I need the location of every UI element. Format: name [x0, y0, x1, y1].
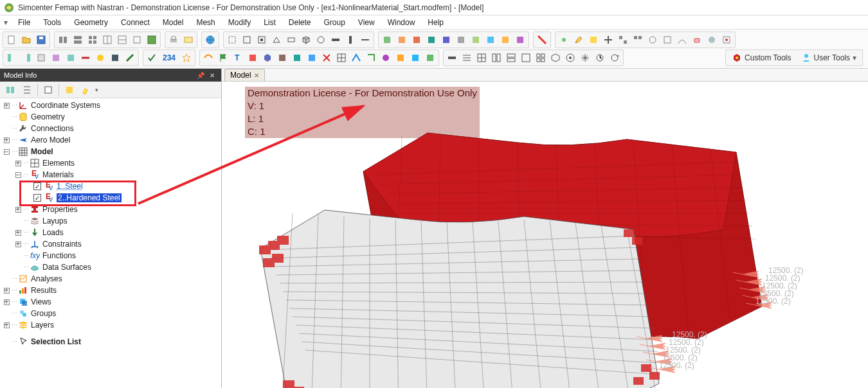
graphics-canvas[interactable]: Demonstration License - For Demonstratio…	[222, 82, 868, 388]
tree-item-aero-model[interactable]: +⋯ Aero Model	[0, 134, 221, 146]
tb-icon[interactable]	[93, 51, 107, 65]
close-icon[interactable]: ✕	[207, 70, 217, 80]
menu-tools[interactable]: Tools	[37, 17, 68, 28]
tb-icon[interactable]	[484, 33, 498, 47]
panel-tb-icon[interactable]	[62, 83, 77, 97]
system-menu-icon[interactable]: ▾	[3, 15, 9, 30]
tb-icon[interactable]	[5, 51, 19, 65]
tb-icon[interactable]	[719, 33, 734, 47]
menu-mesh[interactable]: Mesh	[190, 17, 221, 28]
tb-icon[interactable]	[504, 51, 518, 65]
tb-icon[interactable]	[71, 33, 85, 47]
tree-item-layers[interactable]: +⋯ Layers	[0, 319, 221, 331]
menu-group[interactable]: Group	[318, 17, 352, 28]
pin-icon[interactable]: 📌	[195, 70, 206, 80]
custom-tools-button[interactable]: Custom Tools	[727, 51, 795, 65]
tree-item-model[interactable]: −⋯ Model	[0, 146, 221, 157]
tb-icon[interactable]	[535, 33, 549, 47]
check-icon[interactable]	[145, 51, 159, 65]
tree-item-connections[interactable]: ⋯ Connections	[0, 123, 221, 134]
tb-icon[interactable]	[475, 51, 489, 65]
tb-icon[interactable]	[49, 51, 63, 65]
tb-icon[interactable]	[269, 33, 284, 47]
tb-icon[interactable]	[78, 51, 93, 65]
tb-icon[interactable]	[424, 33, 439, 47]
tree-item-coordinate-systems[interactable]: +⋯ Coordinate Systems	[0, 100, 221, 111]
tb-icon[interactable]	[115, 33, 129, 47]
tb-icon[interactable]	[284, 33, 298, 47]
tb-icon[interactable]	[179, 51, 194, 65]
tb-icon[interactable]	[601, 33, 615, 47]
tb-icon[interactable]	[563, 51, 577, 65]
tree-item-material-2[interactable]: ✓ Eν 2..Hardened Steel	[0, 192, 221, 204]
tree-item-geometry[interactable]: ⋯ Geometry	[0, 111, 221, 123]
flag-icon[interactable]	[216, 51, 230, 65]
menu-modify[interactable]: Modify	[222, 17, 257, 28]
tb-icon[interactable]	[646, 33, 660, 47]
tb-icon[interactable]	[364, 51, 378, 65]
menu-connect[interactable]: Connect	[114, 17, 156, 28]
id-button[interactable]: 234	[159, 51, 179, 65]
panel-tb-icon[interactable]	[41, 83, 56, 97]
tb-icon[interactable]	[393, 51, 408, 65]
tb-icon[interactable]	[586, 33, 601, 47]
tb-icon[interactable]	[395, 33, 409, 47]
menu-file[interactable]: File	[12, 17, 37, 28]
tree-item-analyses[interactable]: ⋯ Analyses	[0, 273, 221, 285]
tb-icon[interactable]	[64, 51, 78, 65]
tb-icon[interactable]	[380, 33, 394, 47]
tb-icon[interactable]	[56, 33, 70, 47]
close-icon[interactable]: ✕	[254, 72, 259, 79]
select-rect-icon[interactable]	[225, 33, 239, 47]
tb-icon[interactable]	[557, 33, 571, 47]
tree-item-layups[interactable]: ⋯ Layups	[0, 215, 221, 227]
tb-icon[interactable]	[631, 33, 645, 47]
tb-icon[interactable]	[314, 33, 328, 47]
tree-item-material-1[interactable]: ✓ Eν 1..Steel	[0, 181, 221, 192]
tb-icon[interactable]	[489, 51, 503, 65]
tb-icon[interactable]	[616, 33, 630, 47]
open-icon[interactable]	[19, 33, 33, 47]
tb-icon[interactable]	[410, 33, 424, 47]
tb-icon[interactable]	[513, 33, 527, 47]
tb-icon[interactable]: T	[231, 51, 245, 65]
tb-icon[interactable]	[343, 33, 357, 47]
cube-icon[interactable]	[299, 33, 313, 47]
tb-icon[interactable]	[534, 51, 548, 65]
menu-model[interactable]: Model	[156, 17, 190, 28]
menu-view[interactable]: View	[352, 17, 381, 28]
tb-icon[interactable]	[593, 51, 607, 65]
tree-item-loads[interactable]: +⋯ Loads	[0, 227, 221, 238]
tb-icon[interactable]	[349, 51, 363, 65]
tb-icon[interactable]	[108, 51, 122, 65]
tree-item-functions[interactable]: ⋯ fxy Functions	[0, 250, 221, 261]
print-icon[interactable]	[167, 33, 181, 47]
tb-icon[interactable]	[460, 51, 474, 65]
tb-icon[interactable]	[100, 33, 114, 47]
menu-list[interactable]: List	[257, 17, 282, 28]
highlighter-icon[interactable]	[78, 83, 94, 97]
tb-icon[interactable]	[660, 33, 674, 47]
tb-icon[interactable]	[86, 33, 100, 47]
tb-icon[interactable]	[305, 51, 319, 65]
tb-icon[interactable]	[130, 33, 144, 47]
tree-item-elements[interactable]: +⋯ Elements	[0, 157, 221, 169]
tb-icon[interactable]	[34, 51, 48, 65]
tb-icon[interactable]	[454, 33, 468, 47]
tree-item-groups[interactable]: ⋯ Groups	[0, 308, 221, 319]
tb-icon[interactable]	[379, 51, 393, 65]
tb-icon[interactable]	[469, 33, 483, 47]
tb-icon[interactable]	[705, 33, 719, 47]
panel-tb-icon[interactable]	[3, 83, 18, 97]
model-tree[interactable]: +⋯ Coordinate Systems ⋯ Geometry ⋯ Conne…	[0, 98, 221, 388]
tree-item-results[interactable]: +⋯ Results	[0, 285, 221, 296]
user-tools-button[interactable]: User Tools ▾	[797, 51, 861, 65]
pencil-icon[interactable]	[572, 33, 586, 47]
tb-icon[interactable]	[290, 51, 304, 65]
cross-icon[interactable]	[320, 51, 334, 65]
globe-icon[interactable]	[203, 33, 217, 47]
tb-icon[interactable]	[275, 51, 289, 65]
tb-icon[interactable]	[240, 33, 254, 47]
panel-tb-icon[interactable]	[19, 83, 35, 97]
tb-icon[interactable]	[675, 33, 689, 47]
